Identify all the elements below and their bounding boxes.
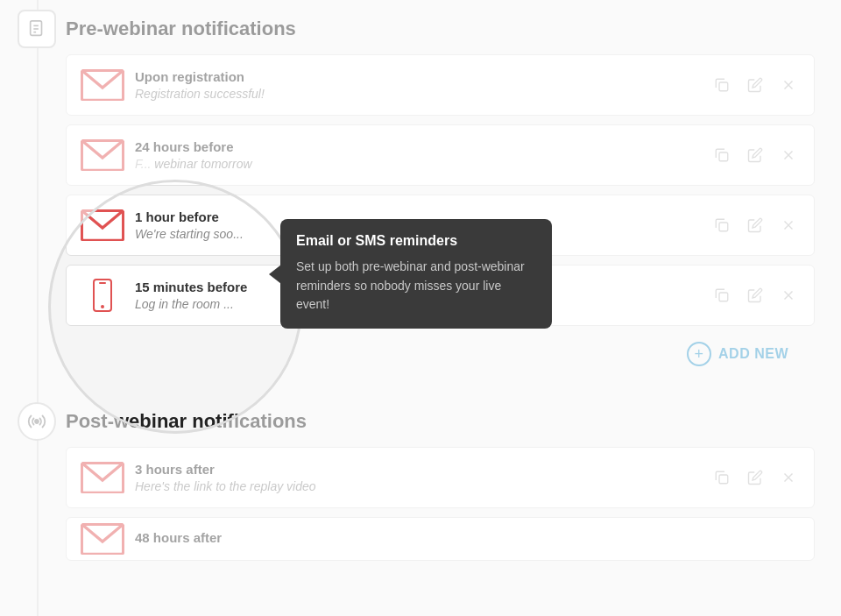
card-subtitle: Log in the room ... xyxy=(135,297,328,311)
page-container: Pre-webinar notifications Upon registrat… xyxy=(0,0,841,616)
edit-button[interactable] xyxy=(744,74,767,96)
card-title: 24 hours before xyxy=(135,139,700,154)
notification-card: 1 hour before We're starting soo... xyxy=(66,195,815,256)
pre-webinar-title: Pre-webinar notifications xyxy=(66,18,296,40)
edit-button[interactable] xyxy=(744,466,767,489)
card-icon xyxy=(81,521,124,556)
card-subtitle: Registration successful! xyxy=(135,87,700,101)
add-new-label: ADD NEW xyxy=(718,346,788,362)
duplicate-icon xyxy=(714,147,730,163)
card-icon xyxy=(81,208,124,243)
close-icon xyxy=(781,217,796,233)
edit-button[interactable] xyxy=(744,214,767,237)
edit-icon xyxy=(747,217,763,233)
card-content: 24 hours before F... webinar tomorrow xyxy=(124,139,710,171)
duplicate-button[interactable] xyxy=(710,214,733,237)
document-icon xyxy=(27,19,46,39)
card-content: 1 hour before We're starting soo... xyxy=(124,209,710,241)
close-icon xyxy=(781,470,796,485)
card-title: 1 hour before xyxy=(135,209,700,224)
email-icon xyxy=(81,69,124,102)
add-new-button[interactable]: + ADD NEW xyxy=(687,342,788,366)
card-actions xyxy=(710,466,800,489)
add-new-container: + ADD NEW xyxy=(66,335,815,380)
card-subtitle: Here's the link to the replay video xyxy=(135,479,700,493)
close-icon xyxy=(781,287,796,303)
sms-card-icon xyxy=(81,278,124,313)
email-icon xyxy=(81,209,124,242)
svg-rect-24 xyxy=(719,475,728,484)
edit-icon xyxy=(747,470,763,485)
card-actions xyxy=(710,214,800,237)
svg-rect-13 xyxy=(719,223,728,231)
notification-card: Upon registration Registration successfu… xyxy=(66,54,815,116)
svg-rect-0 xyxy=(31,21,42,36)
duplicate-button[interactable] xyxy=(710,466,733,489)
notification-card: 3 hours after Here's the link to the rep… xyxy=(66,447,815,508)
card-actions xyxy=(710,144,800,166)
svg-rect-5 xyxy=(719,82,728,91)
duplicate-icon xyxy=(714,77,730,93)
post-webinar-header: Post-webinar notifications xyxy=(66,410,815,433)
radio-waves-icon xyxy=(26,411,47,432)
pre-webinar-header: Pre-webinar notifications xyxy=(66,18,815,40)
card-actions xyxy=(710,74,800,96)
duplicate-button[interactable] xyxy=(710,74,733,96)
duplicate-button[interactable] xyxy=(710,284,733,307)
svg-rect-19 xyxy=(719,293,728,301)
card-content: 3 hours after Here's the link to the rep… xyxy=(124,462,710,493)
edit-icon xyxy=(747,77,763,93)
edit-button[interactable] xyxy=(744,144,767,166)
edit-button[interactable] xyxy=(744,284,767,307)
edit-icon xyxy=(747,147,763,163)
card-title: 48 hours after xyxy=(135,530,789,545)
card-actions xyxy=(710,284,800,307)
plus-circle-icon: + xyxy=(687,342,711,366)
post-webinar-title: Post-webinar notifications xyxy=(66,410,307,433)
duplicate-icon xyxy=(714,470,730,485)
card-content: Upon registration Registration successfu… xyxy=(124,69,710,101)
pre-webinar-section: Pre-webinar notifications Upon registrat… xyxy=(0,0,841,389)
duplicate-icon xyxy=(714,217,730,233)
delete-button[interactable] xyxy=(777,466,800,489)
svg-rect-9 xyxy=(719,152,728,161)
post-webinar-section: Post-webinar notifications 3 hours after… xyxy=(0,393,841,578)
card-icon xyxy=(81,67,124,103)
duplicate-icon xyxy=(714,287,730,303)
notification-card: 48 hours after xyxy=(66,517,815,561)
card-subtitle: F... webinar tomorrow xyxy=(135,157,328,171)
email-icon xyxy=(81,523,124,556)
card-content: 48 hours after xyxy=(124,530,800,548)
close-icon xyxy=(781,147,796,163)
notification-card: 24 hours before F... webinar tomorrow xyxy=(66,124,815,186)
email-icon xyxy=(81,462,124,494)
card-content: 15 minutes before Log in the room ... xyxy=(124,280,710,311)
card-icon xyxy=(81,138,124,173)
sms-phone-icon xyxy=(88,279,117,312)
delete-button[interactable] xyxy=(777,214,800,237)
email-icon xyxy=(81,139,124,172)
card-title: 15 minutes before xyxy=(135,280,700,294)
svg-point-22 xyxy=(35,420,39,423)
delete-button[interactable] xyxy=(777,144,800,166)
card-title: 3 hours after xyxy=(135,462,700,477)
delete-button[interactable] xyxy=(777,284,800,307)
card-subtitle: We're starting soo... xyxy=(135,227,328,241)
svg-point-18 xyxy=(101,305,104,308)
pre-webinar-section-icon xyxy=(18,10,56,48)
duplicate-button[interactable] xyxy=(710,144,733,166)
card-title: Upon registration xyxy=(135,69,700,84)
notification-card: 15 minutes before Log in the room ... xyxy=(66,265,815,326)
card-icon xyxy=(81,460,124,495)
delete-button[interactable] xyxy=(777,74,800,96)
post-webinar-section-icon xyxy=(18,402,56,441)
close-icon xyxy=(781,77,796,93)
edit-icon xyxy=(747,287,763,303)
